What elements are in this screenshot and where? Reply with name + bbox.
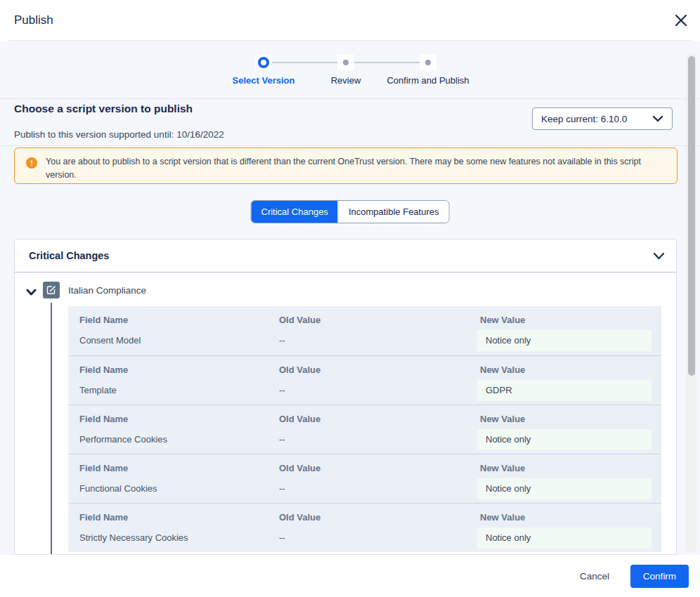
- critical-changes-card-header[interactable]: Critical Changes: [15, 240, 676, 273]
- new-value: Notice only: [477, 527, 652, 549]
- col-old-value: Old Value: [279, 315, 320, 325]
- field-name: Template: [79, 385, 117, 395]
- col-new-value: New Value: [480, 365, 525, 375]
- version-dropdown[interactable]: Keep current: 6.10.0: [532, 107, 673, 130]
- table-row: Field Name Old Value New Value Consent M…: [68, 306, 661, 355]
- modal-header: Publish: [0, 0, 700, 41]
- tree-guide-line: [51, 303, 52, 555]
- chevron-down-icon[interactable]: [26, 286, 37, 298]
- col-old-value: Old Value: [279, 414, 320, 424]
- table-row: Field Name Old Value New Value Performan…: [68, 405, 661, 454]
- modal-body: Select Version Review Confirm and Publis…: [0, 41, 700, 555]
- col-new-value: New Value: [480, 414, 525, 424]
- col-new-value: New Value: [480, 463, 525, 473]
- chevron-down-icon[interactable]: [653, 250, 665, 263]
- critical-changes-title: Critical Changes: [29, 250, 109, 261]
- col-field-name: Field Name: [79, 365, 128, 375]
- col-field-name: Field Name: [79, 414, 128, 424]
- warning-icon: !: [26, 157, 37, 169]
- field-name: Functional Cookies: [79, 483, 157, 494]
- cancel-button[interactable]: Cancel: [580, 571, 609, 582]
- step-label-select-version[interactable]: Select Version: [207, 75, 320, 86]
- new-value: GDPR: [477, 380, 652, 401]
- table-row: Field Name Old Value New Value Template …: [68, 355, 661, 405]
- step-active-icon[interactable]: [258, 57, 269, 68]
- old-value: --: [279, 532, 285, 543]
- field-name: Consent Model: [79, 335, 141, 346]
- version-section-heading: Choose a script version to publish: [14, 103, 193, 115]
- col-new-value: New Value: [480, 315, 525, 325]
- old-value: --: [279, 483, 285, 494]
- confirm-button[interactable]: Confirm: [630, 565, 689, 588]
- new-value: Notice only: [477, 330, 652, 351]
- section-divider: [0, 98, 700, 99]
- field-name: Performance Cookies: [79, 434, 167, 445]
- old-value: --: [279, 385, 285, 395]
- changes-table: Field Name Old Value New Value Consent M…: [68, 306, 661, 552]
- tab-incompatible-features[interactable]: Incompatible Features: [338, 201, 449, 223]
- scrollbar-thumb[interactable]: [688, 56, 695, 376]
- close-icon[interactable]: [672, 11, 690, 29]
- scrollbar-track[interactable]: [686, 53, 696, 553]
- new-value: Notice only: [477, 429, 652, 450]
- table-row: Field Name Old Value New Value Strictly …: [68, 503, 661, 552]
- col-new-value: New Value: [480, 512, 525, 523]
- warning-banner: ! You are about to publish to a script v…: [14, 147, 678, 184]
- col-old-value: Old Value: [279, 365, 320, 375]
- step-connector: [354, 62, 420, 63]
- col-old-value: Old Value: [279, 512, 320, 523]
- critical-changes-card: Critical Changes Italian Compliance: [14, 239, 677, 555]
- warning-text: You are about to publish to a script ver…: [46, 155, 666, 183]
- section-divider: [0, 145, 700, 146]
- group-name: Italian Compliance: [68, 285, 146, 296]
- publish-modal: Publish Select Version Review Confirm an…: [0, 0, 700, 597]
- old-value: --: [279, 434, 285, 445]
- col-field-name: Field Name: [79, 512, 128, 523]
- col-old-value: Old Value: [279, 463, 320, 473]
- version-support-text: Publish to this version supported until:…: [14, 129, 224, 140]
- step-label-confirm-and-publish[interactable]: Confirm and Publish: [372, 75, 484, 86]
- edit-icon[interactable]: [43, 282, 60, 298]
- changes-tab-group: Critical Changes Incompatible Features: [251, 200, 450, 223]
- field-name: Strictly Necessary Cookies: [79, 532, 188, 543]
- version-dropdown-value: Keep current: 6.10.0: [541, 114, 652, 124]
- step-connector: [272, 62, 337, 63]
- old-value: --: [279, 335, 285, 346]
- modal-title: Publish: [14, 13, 53, 27]
- col-field-name: Field Name: [79, 315, 128, 325]
- chevron-down-icon: [652, 112, 663, 125]
- modal-footer: Cancel Confirm: [0, 555, 700, 597]
- table-row: Field Name Old Value New Value Functiona…: [68, 454, 661, 503]
- tab-critical-changes[interactable]: Critical Changes: [252, 201, 338, 223]
- new-value: Notice only: [477, 478, 652, 499]
- step-dot-icon[interactable]: [343, 60, 349, 65]
- step-dot-icon[interactable]: [425, 60, 431, 65]
- col-field-name: Field Name: [79, 463, 128, 473]
